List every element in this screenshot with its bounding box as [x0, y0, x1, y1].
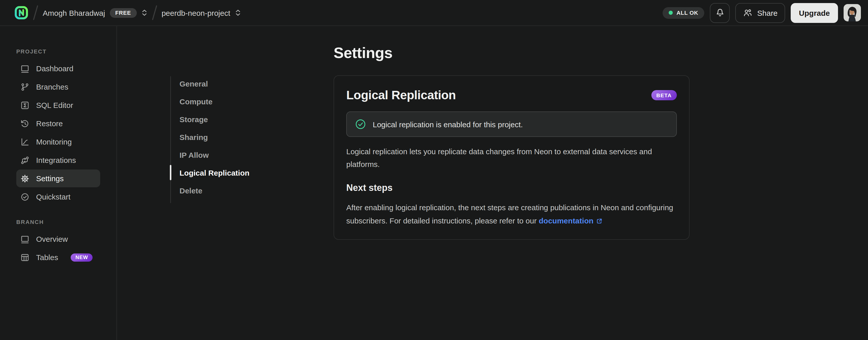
- settings-nav-storage[interactable]: Storage: [170, 110, 298, 128]
- workflow-nodes-icon: [20, 155, 30, 165]
- header-actions: ALL OK Share Upgrad: [663, 3, 861, 23]
- new-badge: NEW: [71, 253, 93, 261]
- sidebar-item-tables[interactable]: Tables NEW: [16, 248, 100, 266]
- beta-badge: BETA: [651, 90, 677, 101]
- sidebar-item-restore[interactable]: Restore: [16, 115, 100, 132]
- sidebar-item-monitoring[interactable]: Monitoring: [16, 133, 100, 151]
- sidebar-item-overview[interactable]: Overview: [16, 230, 100, 248]
- share-label: Share: [757, 8, 777, 17]
- table-grid-icon: [20, 253, 30, 262]
- external-link-icon: [596, 218, 602, 224]
- project-name: peerdb-neon-project: [161, 8, 230, 17]
- settings-nav-sharing[interactable]: Sharing: [170, 128, 298, 146]
- users-icon: [743, 8, 752, 18]
- sidebar-section-project: PROJECT: [16, 48, 117, 54]
- next-steps-title: Next steps: [346, 183, 677, 194]
- main-column: Settings Logical Replication BETA Logica…: [334, 44, 689, 240]
- check-circle-icon: [20, 192, 30, 201]
- settings-nav: General Compute Storage Sharing IP Allow…: [170, 75, 298, 200]
- sidebar-item-settings[interactable]: Settings: [16, 169, 100, 187]
- sidebar-item-integrations[interactable]: Integrations: [16, 151, 100, 169]
- sidebar-section-branch: BRANCH: [16, 219, 117, 225]
- content-area: General Compute Storage Sharing IP Allow…: [117, 26, 868, 340]
- success-banner: Logical replication is enabled for this …: [346, 111, 677, 137]
- sidebar-item-quickstart[interactable]: Quickstart: [16, 188, 100, 206]
- git-branch-icon: [20, 82, 30, 91]
- breadcrumb-divider: [33, 5, 38, 20]
- body-row: PROJECT Dashboard Branches SQ: [0, 26, 868, 340]
- project-switcher[interactable]: peerdb-neon-project: [161, 8, 241, 17]
- sidebar-item-sql-editor[interactable]: SQL Editor: [16, 96, 100, 114]
- check-circle-icon: [355, 119, 366, 130]
- org-name: Amogh Bharadwaj: [43, 8, 105, 17]
- documentation-link[interactable]: documentation: [539, 216, 602, 225]
- page-title: Settings: [334, 44, 689, 62]
- card-title: Logical Replication: [346, 88, 456, 102]
- settings-nav-delete[interactable]: Delete: [170, 182, 298, 200]
- card-description: Logical replication lets you replicate d…: [346, 145, 677, 171]
- app-window: Amogh Bharadwaj FREE peerdb-neon-project…: [0, 0, 868, 340]
- upgrade-button[interactable]: Upgrade: [791, 3, 838, 23]
- settings-nav-ip-allow[interactable]: IP Allow: [170, 146, 298, 164]
- sidebar-item-dashboard[interactable]: Dashboard: [16, 60, 100, 77]
- chart-curve-icon: [20, 137, 30, 146]
- neon-logo-icon[interactable]: [14, 6, 29, 20]
- notifications-button[interactable]: [710, 3, 730, 23]
- bell-icon: [715, 8, 725, 18]
- history-clock-icon: [20, 119, 30, 128]
- gear-icon: [20, 174, 30, 183]
- settings-nav-general[interactable]: General: [170, 75, 298, 93]
- chevron-updown-icon: [141, 9, 147, 17]
- org-switcher[interactable]: Amogh Bharadwaj FREE: [43, 8, 147, 18]
- sidebar-item-branches[interactable]: Branches: [16, 78, 100, 96]
- status-label: ALL OK: [677, 10, 698, 16]
- logical-replication-card: Logical Replication BETA Logical replica…: [334, 75, 689, 240]
- sql-terminal-icon: [20, 101, 30, 110]
- top-header: Amogh Bharadwaj FREE peerdb-neon-project…: [0, 0, 868, 26]
- system-status-pill[interactable]: ALL OK: [663, 7, 704, 19]
- dashboard-window-icon: [20, 234, 30, 244]
- breadcrumb-divider: [152, 5, 157, 20]
- sidebar: PROJECT Dashboard Branches SQ: [0, 26, 117, 340]
- status-dot-icon: [669, 11, 673, 15]
- settings-nav-compute[interactable]: Compute: [170, 93, 298, 110]
- dashboard-window-icon: [20, 64, 30, 73]
- settings-nav-logical-replication[interactable]: Logical Replication: [170, 164, 298, 182]
- user-avatar[interactable]: [844, 4, 861, 21]
- chevron-updown-icon: [235, 9, 241, 17]
- share-button[interactable]: Share: [735, 3, 785, 23]
- org-plan-badge: FREE: [110, 8, 136, 18]
- banner-text: Logical replication is enabled for this …: [373, 120, 523, 129]
- next-steps-text: After enabling logical replication, the …: [346, 201, 677, 227]
- breadcrumb: Amogh Bharadwaj FREE peerdb-neon-project: [14, 5, 241, 20]
